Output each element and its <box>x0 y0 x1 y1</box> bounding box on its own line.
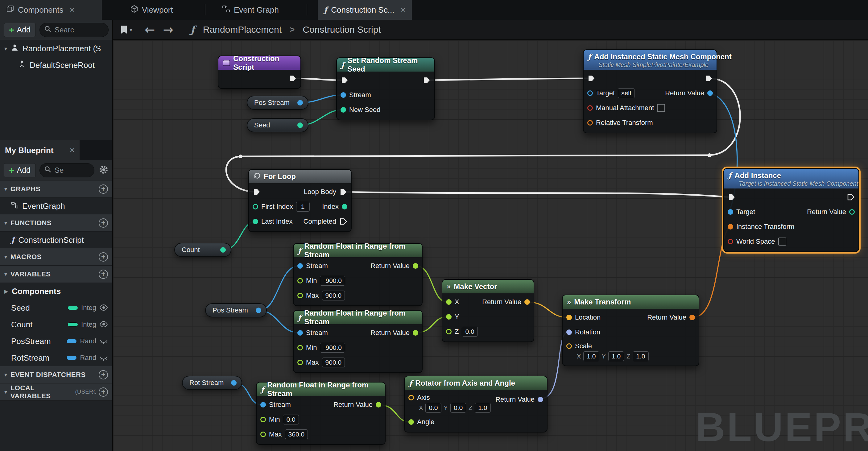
pin-stream[interactable] <box>297 330 303 336</box>
pin-return-value[interactable] <box>413 263 418 269</box>
first-index-input[interactable]: 1 <box>296 202 310 212</box>
pin-z[interactable] <box>446 329 452 334</box>
my-blueprint-search-input[interactable]: Se <box>39 163 94 177</box>
section-variables[interactable]: ▾ VARIABLES + <box>0 266 112 283</box>
pin-target[interactable] <box>587 90 593 96</box>
item-constructionscript[interactable]: ƒ ConstructionScript <box>0 232 112 248</box>
pin-min[interactable] <box>297 345 303 351</box>
world-space-checkbox[interactable] <box>778 238 786 245</box>
eye-closed-icon[interactable] <box>99 353 108 363</box>
node-make-transform[interactable]: » Make Transform Location Return Value R… <box>562 295 699 366</box>
pin-world-space[interactable] <box>727 239 733 244</box>
pin-max[interactable] <box>297 360 303 365</box>
node-set-random-stream-seed[interactable]: ƒ Set Random Stream Seed Stream New Seed <box>336 57 435 120</box>
add-component-button[interactable]: + Add <box>4 23 36 37</box>
pin-min[interactable] <box>260 417 266 422</box>
pin-seed-out[interactable] <box>297 122 303 128</box>
pin-return-value[interactable] <box>413 330 418 336</box>
pin-pos-stream-out[interactable] <box>256 307 261 313</box>
tab-event-graph[interactable]: Event Graph <box>216 0 285 20</box>
pin-stream[interactable] <box>297 263 303 269</box>
components-search-input[interactable]: Searc <box>39 23 108 37</box>
pin-axis[interactable] <box>408 395 414 400</box>
pin-location[interactable] <box>566 314 572 320</box>
node-add-instanced-static-mesh-component[interactable]: ƒ Add Instanced Static Mesh Component St… <box>583 49 717 133</box>
variable-node-rot-stream[interactable]: Rot Stream <box>182 376 242 390</box>
node-random-float-3[interactable]: ƒ Random Float in Range from Stream Stre… <box>256 382 385 445</box>
max-value-input[interactable]: 900.0 <box>322 291 345 300</box>
node-random-float-1[interactable]: ƒ Random Float in Range from Stream Stre… <box>293 243 423 306</box>
close-icon[interactable]: × <box>70 145 75 155</box>
pin-scale[interactable] <box>566 343 572 349</box>
pin-max[interactable] <box>297 293 303 298</box>
max-value-input[interactable]: 900.0 <box>322 358 345 367</box>
item-eventgraph[interactable]: EventGraph <box>0 198 112 214</box>
pin-stream[interactable] <box>260 402 266 408</box>
graph-canvas[interactable]: Construction Script ƒ Set Random Stream … <box>113 40 868 451</box>
add-local-variable-button[interactable]: + <box>99 387 108 397</box>
variable-node-pos-stream-2[interactable]: Pos Stream <box>205 303 267 318</box>
pin-index[interactable] <box>342 204 347 209</box>
min-value-input[interactable]: -900.0 <box>320 343 345 353</box>
pin-first-index[interactable] <box>253 204 258 209</box>
axis-y-input[interactable]: 0.0 <box>451 403 466 413</box>
node-for-loop[interactable]: For Loop Loop Body First Index1 Index La… <box>248 169 352 232</box>
add-function-button[interactable]: + <box>99 218 108 228</box>
forward-button[interactable]: → <box>163 24 174 36</box>
tab-viewport[interactable]: Viewport <box>124 0 179 20</box>
variable-row-posstream[interactable]: PosStream Rand <box>0 333 112 350</box>
add-blueprint-item-button[interactable]: + Add <box>4 163 36 177</box>
min-value-input[interactable]: 0.0 <box>283 415 299 424</box>
pin-rotation[interactable] <box>566 329 572 335</box>
tab-construction-script[interactable]: ƒ Construction Sc... × <box>318 0 412 20</box>
node-rotator-from-axis-angle[interactable]: ƒ Rotator from Axis and Angle Axis X0.0 … <box>404 376 548 432</box>
variable-row-seed[interactable]: Seed Integ <box>0 300 112 316</box>
eye-closed-icon[interactable] <box>99 336 108 346</box>
tab-components-panel[interactable]: Components × <box>0 0 102 20</box>
axis-x-input[interactable]: 0.0 <box>425 403 441 413</box>
breadcrumb-root[interactable]: RandomPlacement <box>203 24 282 35</box>
add-graph-button[interactable]: + <box>99 184 108 194</box>
pin-relative-transform[interactable] <box>587 120 593 125</box>
pin-target[interactable] <box>727 209 733 215</box>
close-icon[interactable]: × <box>400 5 405 15</box>
exec-pin-out[interactable] <box>705 74 713 82</box>
exec-pin-out[interactable] <box>423 76 431 84</box>
exec-pin-in[interactable] <box>727 193 736 201</box>
pin-return-value[interactable] <box>376 402 381 408</box>
variable-node-seed[interactable]: Seed <box>247 118 308 132</box>
pin-pos-stream-out[interactable] <box>297 100 303 106</box>
pin-y[interactable] <box>446 314 452 320</box>
component-item-defaultsceneroot[interactable]: DefaultSceneRoot <box>0 57 112 73</box>
node-random-float-2[interactable]: ƒ Random Float in Range from Stream Stre… <box>293 310 423 373</box>
pin-rot-stream-out[interactable] <box>231 380 237 386</box>
add-macro-button[interactable]: + <box>99 252 108 262</box>
gear-icon[interactable] <box>99 165 108 176</box>
exec-pin-out[interactable] <box>847 193 855 201</box>
section-macros[interactable]: ▾ MACROS + <box>0 248 112 266</box>
max-value-input[interactable]: 360.0 <box>285 429 308 439</box>
section-functions[interactable]: ▾ FUNCTIONS + <box>0 214 112 232</box>
scale-y-input[interactable]: 1.0 <box>608 351 624 361</box>
manual-attachment-checkbox[interactable] <box>657 104 665 112</box>
pin-max[interactable] <box>260 431 266 437</box>
back-button[interactable]: ← <box>145 24 155 36</box>
eye-icon[interactable] <box>99 303 108 313</box>
pin-new-seed[interactable] <box>341 107 346 113</box>
exec-pin-in[interactable] <box>341 76 348 84</box>
node-make-vector[interactable]: » Make Vector X Return Value Y Z0.0 <box>442 279 534 342</box>
variable-node-count[interactable]: Count <box>174 243 231 257</box>
component-item-randomplacement[interactable]: ▾ RandomPlacement (S <box>0 40 112 57</box>
scale-x-input[interactable]: 1.0 <box>583 351 599 361</box>
section-local-variables[interactable]: ▾ LOCAL VARIABLES (USERC + <box>0 384 112 401</box>
target-value-input[interactable]: self <box>618 88 635 98</box>
category-components[interactable]: ▶ Components <box>0 283 112 300</box>
pin-return-value[interactable] <box>524 299 530 305</box>
pin-return-value[interactable] <box>689 314 695 320</box>
pin-return-value[interactable] <box>707 90 713 96</box>
pin-stream[interactable] <box>341 92 346 98</box>
exec-pin-out[interactable] <box>289 74 297 82</box>
section-event-dispatchers[interactable]: ▾ EVENT DISPATCHERS + <box>0 366 112 384</box>
z-value-input[interactable]: 0.0 <box>462 327 477 336</box>
exec-pin-in[interactable] <box>253 188 261 196</box>
